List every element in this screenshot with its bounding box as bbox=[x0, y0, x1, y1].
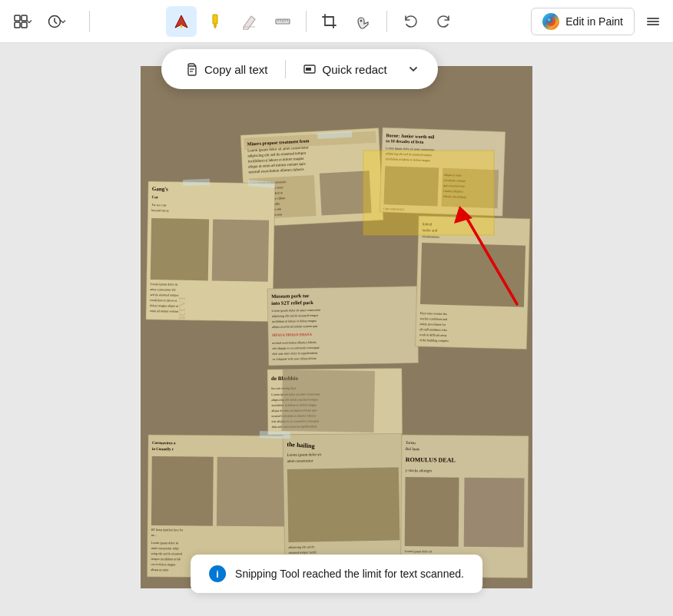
toolbar-right-group: Edit in Paint bbox=[531, 8, 665, 35]
ocr-toolbar-divider bbox=[285, 60, 286, 78]
toolbar: Edit in Paint bbox=[0, 0, 673, 43]
svg-rect-99 bbox=[217, 457, 285, 527]
edit-in-paint-button[interactable]: Edit in Paint bbox=[531, 8, 635, 35]
more-options-icon bbox=[645, 14, 661, 29]
svg-text:ore et dolore magna: ore et dolore magna bbox=[151, 562, 176, 566]
snip-mode-icon bbox=[173, 13, 190, 30]
svg-text:First write worker des: First write worker des bbox=[420, 311, 448, 316]
svg-rect-20 bbox=[647, 24, 659, 25]
touch-icon bbox=[355, 13, 372, 30]
svg-text:sed do eiusmod tempor: sed do eiusmod tempor bbox=[150, 293, 179, 297]
svg-text:Torian: Torian bbox=[406, 441, 416, 445]
edit-in-paint-label: Edit in Paint bbox=[565, 15, 623, 28]
svg-rect-123 bbox=[405, 477, 459, 547]
toolbar-left-group bbox=[8, 6, 72, 37]
redo-icon bbox=[436, 14, 452, 29]
svg-text:in voluptate velit esse cillum: in voluptate velit esse cillum dolore bbox=[273, 356, 317, 361]
ocr-toolbar: Copy all text Quick redact bbox=[161, 49, 438, 89]
quick-redact-button[interactable]: Quick redact bbox=[292, 56, 398, 82]
svg-text:amet consectetur adipi: amet consectetur adipi bbox=[151, 546, 180, 550]
redo-button[interactable] bbox=[429, 6, 459, 37]
svg-rect-112 bbox=[287, 467, 400, 542]
svg-text:Car: Car bbox=[152, 195, 159, 199]
svg-text:Lorem ipsum dolor sit: Lorem ipsum dolor sit bbox=[287, 452, 321, 457]
eraser-button[interactable] bbox=[234, 6, 264, 37]
svg-rect-140 bbox=[282, 369, 375, 432]
chevron-down-icon bbox=[408, 64, 419, 75]
svg-text:enim ad minim veniam: enim ad minim veniam bbox=[150, 309, 179, 313]
chevron-small-icon bbox=[25, 18, 33, 25]
svg-text:work in difficult areas: work in difficult areas bbox=[419, 333, 447, 337]
svg-text:Lorem ipsum dolor sit: Lorem ipsum dolor sit bbox=[405, 549, 433, 553]
svg-text:in Connelly r: in Connelly r bbox=[152, 447, 174, 451]
svg-rect-98 bbox=[151, 456, 214, 526]
svg-rect-8 bbox=[214, 24, 217, 27]
copy-icon bbox=[184, 62, 198, 76]
svg-text:of the building complex: of the building complex bbox=[419, 338, 449, 343]
svg-rect-0 bbox=[15, 15, 20, 21]
more-options-button[interactable] bbox=[641, 9, 665, 34]
svg-text:into S2T relief pack: into S2T relief pack bbox=[271, 300, 313, 306]
svg-text:y-stocks ailonges: y-stocks ailonges bbox=[406, 469, 433, 472]
svg-text:worker conditions and: worker conditions and bbox=[419, 316, 447, 321]
svg-text:incididunt ut labore et dolore: incididunt ut labore et dolore magna bbox=[272, 319, 317, 323]
crop-icon bbox=[321, 13, 338, 30]
quick-redact-label: Quick redact bbox=[323, 63, 387, 76]
ruler-icon bbox=[274, 13, 291, 30]
undo-icon bbox=[403, 14, 418, 29]
svg-text:Coronavirus a: Coronavirus a bbox=[152, 441, 176, 445]
undo-button[interactable] bbox=[395, 6, 426, 37]
svg-rect-124 bbox=[464, 478, 525, 548]
svg-rect-146 bbox=[183, 179, 210, 186]
touch-button[interactable] bbox=[348, 6, 379, 37]
separator-1 bbox=[89, 11, 90, 32]
svg-text:beyond top-sy: beyond top-sy bbox=[151, 208, 169, 212]
newspaper-collage-svg: Miners propose treatment from Lorem ipsu… bbox=[141, 66, 532, 588]
status-bar: i Snipping Tool reached the limit for te… bbox=[191, 555, 482, 593]
svg-text:scing elit sed do eiusmod: scing elit sed do eiusmod bbox=[151, 551, 182, 555]
highlight-icon bbox=[207, 13, 224, 30]
svg-text:Bal Jants: Bal Jants bbox=[406, 447, 419, 451]
svg-text:SHASA  SHASA  SHASA: SHASA SHASA SHASA bbox=[272, 333, 312, 337]
svg-text:amet consectetur elit: amet consectetur elit bbox=[151, 287, 177, 292]
svg-rect-18 bbox=[647, 18, 659, 19]
svg-rect-19 bbox=[647, 21, 659, 22]
ruler-button[interactable] bbox=[267, 6, 298, 37]
svg-text:Museum pork tuc: Museum pork tuc bbox=[271, 293, 310, 299]
eraser-icon bbox=[240, 13, 257, 30]
svg-rect-88 bbox=[420, 243, 525, 307]
toolbar-center-group bbox=[94, 6, 531, 37]
svg-text:ROMULUS DEAL: ROMULUS DEAL bbox=[406, 456, 456, 464]
info-icon: i bbox=[209, 565, 226, 582]
copy-all-text-label: Copy all text bbox=[204, 63, 268, 76]
status-message: Snipping Tool reached the limit for text… bbox=[235, 568, 464, 580]
svg-text:all staff members who: all staff members who bbox=[419, 327, 447, 332]
svg-text:Far too cop-: Far too cop- bbox=[151, 203, 167, 207]
redact-icon bbox=[303, 62, 317, 76]
recents-button[interactable] bbox=[41, 6, 72, 37]
svg-text:tempor incididunt ut lab: tempor incididunt ut lab bbox=[151, 557, 181, 561]
svg-text:RTVI: RTVI bbox=[177, 296, 187, 320]
svg-text:amet consectetur: amet consectetur bbox=[287, 459, 313, 463]
new-snip-button[interactable] bbox=[8, 6, 38, 37]
svg-text:Lorem ipsum dolor sit: Lorem ipsum dolor sit bbox=[151, 541, 180, 545]
separator-2 bbox=[306, 11, 307, 32]
svg-text:RT latest familiar face for: RT latest familiar face for bbox=[151, 528, 184, 532]
highlight-button[interactable] bbox=[200, 6, 230, 37]
svg-text:Lorem ipsum dolor sit: Lorem ipsum dolor sit bbox=[151, 282, 179, 286]
svg-text:incididunt ut labore et: incididunt ut labore et bbox=[150, 298, 177, 303]
crop-button[interactable] bbox=[314, 6, 345, 37]
snip-mode-button[interactable] bbox=[166, 6, 197, 37]
svg-rect-25 bbox=[306, 68, 311, 71]
svg-text:adipiscing elit sed do: adipiscing elit sed do bbox=[289, 545, 315, 549]
copy-all-text-button[interactable]: Copy all text bbox=[174, 56, 279, 82]
svg-text:aliqua ut enim ad minim veniam: aliqua ut enim ad minim veniam quis bbox=[272, 324, 318, 329]
newspaper-image: Miners propose treatment from Lorem ipsu… bbox=[141, 66, 532, 588]
svg-rect-7 bbox=[213, 15, 217, 24]
ocr-more-button[interactable] bbox=[401, 57, 426, 81]
svg-rect-21 bbox=[188, 66, 196, 75]
paint-icon bbox=[542, 13, 559, 30]
svg-rect-147 bbox=[260, 431, 290, 439]
svg-text:ne...: ne... bbox=[151, 533, 157, 537]
svg-text:dolore magna aliqua ut: dolore magna aliqua ut bbox=[150, 303, 179, 308]
